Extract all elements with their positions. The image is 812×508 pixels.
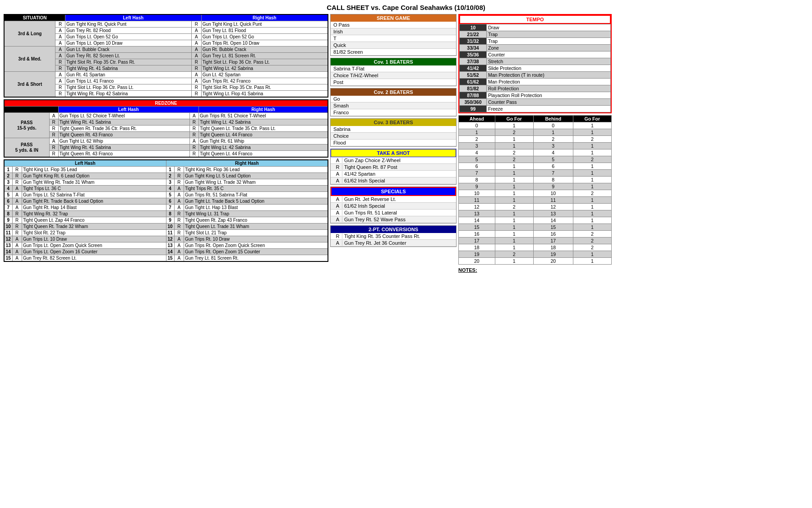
ra-cell: A	[12, 192, 22, 198]
play-text: Gun Zap Choice Z-Wheel	[342, 158, 401, 163]
ra-cell: A	[191, 40, 201, 47]
gofor-gf2: 2	[573, 244, 611, 251]
gofor-gf2: 1	[573, 210, 611, 217]
cov2-panel: Cov. 2 BEATERS GoSmashFranco	[330, 88, 457, 117]
right-play: Tight Queen Rt. Zap 43 Franco	[184, 217, 328, 224]
situation-label: 3rd & Short	[4, 72, 55, 98]
gofor-gf1: 1	[495, 210, 533, 217]
ra-cell: A	[55, 78, 65, 84]
tempo-num: 33/34	[460, 45, 487, 51]
take-shot-play: AGun Zap Choice Z-Wheel	[331, 157, 456, 164]
play-text: Tight King Rt. 35 Counter Pass Rt.	[342, 233, 420, 239]
specials-play: AGun Rt. Jet Reverse Lt.	[331, 196, 456, 203]
play-num: 6	[4, 198, 12, 205]
two-pt-play: AGun Trey Rt. Jet 36 Counter	[331, 240, 456, 247]
cov1-panel: Cov. 1 BEATERS Sabrina T-FlatChoice T/H/…	[330, 58, 457, 86]
ra-cell: R	[55, 84, 65, 91]
ra-cell: A	[12, 198, 22, 205]
ra-cell: R	[12, 217, 22, 224]
tempo-play: Stretch	[487, 58, 611, 65]
take-shot-panel: TAKE A SHOT AGun Zap Choice Z-WheelRTigh…	[330, 149, 457, 185]
situation-label: 3rd & Long	[4, 21, 55, 47]
gofor-gf1: 1	[495, 136, 533, 143]
ra-cell: A	[174, 205, 184, 211]
take-shot-header: TAKE A SHOT	[331, 149, 456, 157]
left-play: Tight Slot Rt. 22 Trap	[22, 230, 166, 236]
ra-cell: R	[189, 151, 198, 158]
gofor-gf2: 1	[573, 163, 611, 170]
tempo-num: 37/38	[460, 58, 487, 65]
play-num: 8	[166, 211, 174, 217]
ra-cell: R	[174, 211, 184, 217]
take-shot-play: A41/42 Spartan	[331, 171, 456, 177]
left-play: Gun Trips Lt. Open 10 Draw	[65, 40, 191, 47]
gofor-gf2: 1	[573, 197, 611, 204]
left-play: Gun Trey Rt. 82 Screen Lt.	[22, 255, 166, 262]
tempo-table: 10 Draw 21/22 Trap 31/32 Trap 33/34 Zone…	[459, 24, 611, 112]
left-play: Gun Trips Lt. Open Zoom Quick Screen	[22, 242, 166, 249]
gofor-behind: 7	[533, 170, 573, 177]
play-num: 3	[166, 179, 174, 186]
ra-cell: A	[55, 72, 65, 78]
gofor-gf2: 1	[573, 149, 611, 156]
ra-cell: A	[174, 198, 184, 205]
ra-cell: A	[12, 249, 22, 255]
tempo-play: Playaction Roll Protection	[487, 92, 611, 99]
gofor-header-cell: Go For	[495, 116, 533, 122]
right-play: Gun Trips Rt. Open Zoom Quick Screen	[184, 242, 328, 249]
ra-cell: A	[333, 210, 342, 215]
gofor-behind: 8	[533, 177, 573, 183]
gofor-gf1: 1	[495, 197, 533, 204]
right-play: Gun Trey Lt. 81 Screen Rt.	[201, 53, 328, 59]
ra-cell: R	[174, 230, 184, 236]
gofor-ahead: 9	[459, 183, 495, 190]
tempo-num: 10	[460, 24, 487, 31]
specials-play: AGun Trips Rt. 51 Lateral	[331, 210, 456, 216]
gofor-gf1: 2	[495, 149, 533, 156]
gofor-ahead: 15	[459, 224, 495, 231]
play-text: 41/42 Spartan	[342, 171, 375, 177]
tempo-play: Zone	[487, 45, 611, 51]
play-num: 6	[166, 198, 174, 205]
gofor-gf1: 1	[495, 238, 533, 244]
gofor-ahead: 12	[459, 204, 495, 210]
tempo-play: Roll Protection	[487, 85, 611, 92]
gofor-gf1: 2	[495, 251, 533, 258]
gofor-behind: 5	[533, 156, 573, 163]
ra-cell: R	[12, 230, 22, 236]
cov3-panel: Cov. 3 BEATERS SabrinaChoiceFlood	[330, 118, 457, 147]
gofor-gf1: 2	[495, 156, 533, 163]
gofor-gf2: 2	[573, 190, 611, 197]
ra-cell: A	[12, 255, 22, 262]
ra-cell: A	[55, 53, 65, 59]
screen-game-play: O Pass	[331, 22, 456, 28]
tempo-play: Slide Protection	[487, 65, 611, 72]
right-play: Gun Trips Rt. 10 Draw	[184, 236, 328, 242]
left-play: Gun Trips Lt. 52 Choice T-Wheel	[58, 113, 189, 119]
ra-cell: R	[49, 119, 58, 126]
play-num: 9	[166, 217, 174, 224]
play-text: 61/62 Irish Special	[342, 203, 385, 209]
gofor-gf1: 1	[495, 258, 533, 265]
right-play: Gun Tight King Lt. 5 Lead Option	[184, 173, 328, 179]
header-situation: SITUATION	[4, 14, 65, 21]
gofor-behind: 3	[533, 143, 573, 149]
gofor-gf1: 1	[495, 244, 533, 251]
pass1-label: PASS15-5 yds.	[4, 113, 49, 138]
gofor-ahead: 6	[459, 163, 495, 170]
gofor-behind: 17	[533, 238, 573, 244]
tempo-num: 21/22	[460, 31, 487, 38]
take-shot-play: A61/62 Irish Special	[331, 177, 456, 184]
gofor-ahead: 3	[459, 143, 495, 149]
right-play: Gun Trips Rt. 51 Sabrina T-Flat	[184, 192, 328, 198]
ra-cell: R	[191, 21, 201, 28]
tempo-play: Freeze	[487, 106, 611, 112]
gofor-gf2: 2	[573, 136, 611, 143]
gofor-gf2: 1	[573, 143, 611, 149]
right-play: Gun Tight Wing Lt. Trade 32 Wham	[184, 179, 328, 186]
left-play: Gun Trips Lt. Open 52 Go	[65, 34, 191, 40]
left-play: Gun Tight King Rt. 6 Lead Option	[22, 173, 166, 179]
screen-game-play: T	[331, 35, 456, 42]
redzone-righthash: Right Hash	[199, 107, 328, 113]
play-text: 61/62 Irish Special	[342, 178, 385, 183]
